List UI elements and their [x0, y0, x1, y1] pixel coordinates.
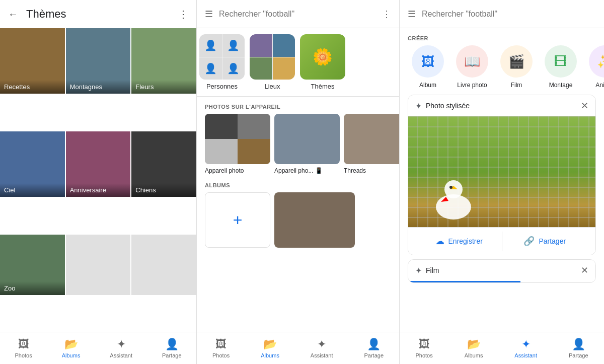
plus-icon: +	[233, 211, 243, 230]
panel-mid: ☰ ⋮ 👤 👤 👤 👤 Personnes	[196, 0, 399, 364]
montage-create-label: Montage	[549, 82, 573, 89]
album-label-2: Appareil pho... 📱	[274, 167, 340, 174]
person-icon-1: 👤	[199, 34, 222, 57]
assistant-icon-right: ✦	[521, 338, 531, 351]
nav-photos-mid[interactable]: 🖼 Photos	[212, 338, 230, 358]
stylisee-close-button[interactable]: ✕	[581, 100, 588, 111]
category-personnes[interactable]: 👤 👤 👤 👤 Personnes	[197, 34, 247, 90]
search-input-mid[interactable]	[219, 10, 376, 19]
grid-label-fleurs: Fleurs	[131, 80, 196, 94]
create-album[interactable]: 🖼 Album	[408, 45, 448, 89]
bottom-nav-right: 🖼 Photos 📂 Albums ✦ Assistant 👤 Partage	[400, 332, 604, 364]
share-label: Partager	[539, 237, 566, 245]
nav-albums-mid[interactable]: 📂 Albums	[261, 338, 279, 358]
film-progress-bar	[408, 281, 520, 282]
category-lieux[interactable]: Lieux	[247, 34, 297, 90]
stylisee-title-row: ✦ Photo stylisée	[415, 101, 470, 111]
nav-assistant-mid-label: Assistant	[311, 352, 333, 358]
nav-photos-right-label: Photos	[415, 352, 432, 358]
anim-icon-circle: ✨	[589, 45, 604, 78]
grid-item-ciel[interactable]: Ciel	[0, 131, 65, 197]
nav-assistant[interactable]: ✦ Assistant	[110, 338, 132, 358]
grid-item-chiens[interactable]: Chiens	[131, 131, 196, 197]
album-thumb-appareil2[interactable]: Appareil pho... 📱	[274, 114, 340, 174]
split-3	[205, 139, 238, 164]
album-create-label: Album	[419, 82, 436, 89]
albums-icon-right: 📂	[467, 338, 481, 351]
film-sparkle-icon: ✦	[415, 266, 422, 275]
nav-assistant-right[interactable]: ✦ Assistant	[514, 338, 537, 358]
livre-icon-circle: 📖	[456, 45, 488, 78]
grid-item-recettes[interactable]: Recettes	[0, 28, 65, 94]
mid-scroll-area[interactable]: 👤 👤 👤 👤 Personnes Lieux	[197, 28, 399, 332]
bottom-nav-mid: 🖼 Photos 📂 Albums ✦ Assistant 👤 Partage	[197, 332, 399, 364]
person-icon-2: 👤	[222, 34, 245, 57]
split-2	[238, 114, 270, 139]
album-img-3	[344, 114, 399, 164]
photos-sur-lappareil-label: PHOTOS SUR L'APPAREIL	[197, 97, 399, 114]
nav-partage[interactable]: 👤 Partage	[162, 338, 182, 358]
nav-assistant-right-label: Assistant	[514, 352, 537, 358]
album-thumb-appareil1[interactable]: Appareil photo	[205, 114, 270, 174]
share-button[interactable]: 🔗 Partager	[502, 232, 588, 251]
category-themes[interactable]: 🌼 Thèmes	[297, 34, 348, 90]
save-button[interactable]: ☁ Enregistrer	[416, 232, 502, 251]
more-button[interactable]: ⋮	[178, 8, 188, 20]
stylisee-actions: ☁ Enregistrer 🔗 Partager	[408, 227, 595, 255]
search-bar-mid: ☰ ⋮	[197, 0, 399, 28]
film-header: ✦ Film ✕	[408, 260, 595, 281]
create-montage[interactable]: 🎞 Montage	[541, 45, 581, 89]
lieux-c2	[273, 34, 295, 57]
nav-assistant-label: Assistant	[110, 352, 132, 358]
create-anim[interactable]: ✨ Anim...	[585, 45, 604, 89]
split-4	[238, 139, 270, 164]
back-button[interactable]: ←	[8, 9, 18, 20]
grid-item-fleurs[interactable]: Fleurs	[131, 28, 196, 94]
film-title-text: Film	[426, 266, 439, 274]
nav-partage-mid-label: Partage	[364, 352, 384, 358]
nav-albums-right-label: Albums	[465, 352, 483, 358]
phone-icon: 📱	[315, 167, 323, 174]
stylisee-card: ✦ Photo stylisée ✕ ☁ Enregist	[408, 95, 596, 255]
create-livre[interactable]: 📖 Livre photo	[452, 45, 492, 89]
grid-item-montagnes[interactable]: Montagnes	[66, 28, 131, 94]
grid-item-anniversaire[interactable]: Anniversaire	[66, 131, 131, 197]
album-create-button[interactable]: +	[205, 192, 270, 248]
chicken-scene	[408, 116, 595, 227]
nav-assistant-mid[interactable]: ✦ Assistant	[311, 338, 333, 358]
nav-albums-right[interactable]: 📂 Albums	[465, 338, 483, 358]
more-options-icon[interactable]: ⋮	[382, 9, 391, 20]
panel-left: ← Thèmes ⋮ Recettes Montagnes Fleurs Cie…	[0, 0, 196, 364]
svg-point-3	[449, 186, 452, 189]
person-icon-4: 👤	[222, 57, 245, 80]
albums-grid: +	[197, 192, 399, 248]
device-albums-row: Appareil photo Appareil pho... 📱 Threads	[197, 114, 399, 174]
film-close-button[interactable]: ✕	[581, 265, 588, 276]
nav-photos-mid-label: Photos	[212, 352, 230, 358]
nav-partage-right[interactable]: 👤 Partage	[569, 338, 588, 358]
anim-icon: ✨	[597, 54, 604, 69]
album-img-1	[205, 114, 270, 164]
search-input-right[interactable]	[422, 10, 596, 19]
album-photo-item[interactable]	[274, 192, 355, 248]
hamburger-icon[interactable]: ☰	[205, 9, 213, 20]
hamburger-icon-right[interactable]: ☰	[408, 9, 416, 20]
share-icon: 🔗	[523, 236, 535, 247]
categories-row: 👤 👤 👤 👤 Personnes Lieux	[197, 28, 399, 97]
nav-partage-mid[interactable]: 👤 Partage	[364, 338, 384, 358]
livre-icon: 📖	[464, 54, 480, 69]
header-left: ← Thèmes	[8, 8, 66, 21]
nav-photos[interactable]: 🖼 Photos	[15, 338, 32, 358]
chicken-svg	[423, 167, 484, 222]
create-film[interactable]: 🎬 Film	[496, 45, 537, 89]
nav-albums[interactable]: 📂 Albums	[62, 338, 81, 358]
partage-icon: 👤	[165, 338, 179, 351]
nav-photos-right[interactable]: 🖼 Photos	[415, 338, 432, 358]
grid-item-zoo[interactable]: Zoo	[0, 235, 65, 295]
lieux-c3	[250, 57, 272, 80]
lieux-c1	[250, 34, 272, 57]
album-thumb-threads[interactable]: Threads	[344, 114, 399, 174]
create-row: 🖼 Album 📖 Livre photo 🎬 Film 🎞 Montage	[400, 45, 604, 95]
split-1	[205, 114, 238, 139]
grid-label-montagnes: Montagnes	[66, 80, 131, 94]
